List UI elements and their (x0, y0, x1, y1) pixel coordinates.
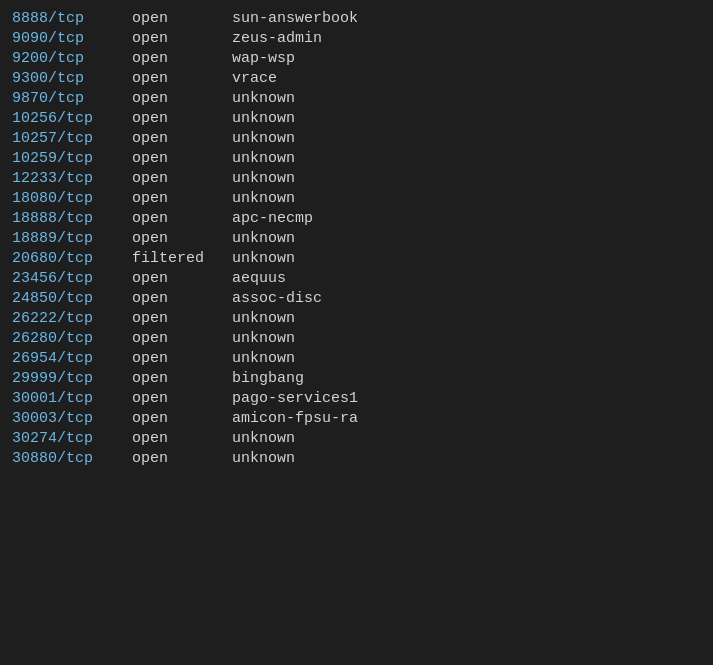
port-scan-table: 8888/tcpopensun-answerbook9090/tcpopenze… (12, 8, 701, 468)
port-value: 30880/tcp (12, 448, 132, 468)
state-value: open (132, 348, 232, 368)
port-value: 30001/tcp (12, 388, 132, 408)
table-row: 12233/tcpopenunknown (12, 168, 701, 188)
service-value: bingbang (232, 368, 701, 388)
port-value: 26280/tcp (12, 328, 132, 348)
table-row: 9200/tcpopenwap-wsp (12, 48, 701, 68)
service-value: wap-wsp (232, 48, 701, 68)
state-value: open (132, 368, 232, 388)
table-row: 18080/tcpopenunknown (12, 188, 701, 208)
table-row: 18888/tcpopenapc-necmp (12, 208, 701, 228)
table-row: 10259/tcpopenunknown (12, 148, 701, 168)
port-value: 29999/tcp (12, 368, 132, 388)
service-value: unknown (232, 228, 701, 248)
service-value: amicon-fpsu-ra (232, 408, 701, 428)
port-value: 9870/tcp (12, 88, 132, 108)
port-value: 10256/tcp (12, 108, 132, 128)
service-value: unknown (232, 328, 701, 348)
service-value: unknown (232, 88, 701, 108)
state-value: open (132, 268, 232, 288)
port-value: 10257/tcp (12, 128, 132, 148)
table-row: 23456/tcpopenaequus (12, 268, 701, 288)
state-value: open (132, 48, 232, 68)
service-value: unknown (232, 128, 701, 148)
service-value: sun-answerbook (232, 8, 701, 28)
table-row: 10256/tcpopenunknown (12, 108, 701, 128)
state-value: open (132, 88, 232, 108)
state-value: open (132, 308, 232, 328)
port-value: 10259/tcp (12, 148, 132, 168)
service-value: zeus-admin (232, 28, 701, 48)
service-value: unknown (232, 168, 701, 188)
table-row: 26280/tcpopenunknown (12, 328, 701, 348)
service-value: apc-necmp (232, 208, 701, 228)
state-value: open (132, 408, 232, 428)
service-value: assoc-disc (232, 288, 701, 308)
state-value: open (132, 328, 232, 348)
state-value: open (132, 228, 232, 248)
state-value: open (132, 68, 232, 88)
port-value: 30274/tcp (12, 428, 132, 448)
port-value: 26954/tcp (12, 348, 132, 368)
table-row: 9870/tcpopenunknown (12, 88, 701, 108)
service-value: unknown (232, 448, 701, 468)
port-value: 24850/tcp (12, 288, 132, 308)
table-row: 30880/tcpopenunknown (12, 448, 701, 468)
service-value: unknown (232, 248, 701, 268)
table-row: 18889/tcpopenunknown (12, 228, 701, 248)
table-row: 30003/tcpopenamicon-fpsu-ra (12, 408, 701, 428)
table-row: 9090/tcpopenzeus-admin (12, 28, 701, 48)
service-value: unknown (232, 148, 701, 168)
state-value: open (132, 148, 232, 168)
table-row: 26954/tcpopenunknown (12, 348, 701, 368)
service-value: unknown (232, 428, 701, 448)
state-value: open (132, 28, 232, 48)
table-row: 8888/tcpopensun-answerbook (12, 8, 701, 28)
port-value: 9200/tcp (12, 48, 132, 68)
service-value: aequus (232, 268, 701, 288)
port-value: 18889/tcp (12, 228, 132, 248)
port-value: 30003/tcp (12, 408, 132, 428)
table-row: 30001/tcpopenpago-services1 (12, 388, 701, 408)
state-value: filtered (132, 248, 232, 268)
port-value: 23456/tcp (12, 268, 132, 288)
service-value: unknown (232, 348, 701, 368)
state-value: open (132, 288, 232, 308)
table-row: 9300/tcpopenvrace (12, 68, 701, 88)
table-row: 26222/tcpopenunknown (12, 308, 701, 328)
state-value: open (132, 448, 232, 468)
table-row: 30274/tcpopenunknown (12, 428, 701, 448)
service-value: vrace (232, 68, 701, 88)
service-value: unknown (232, 308, 701, 328)
table-row: 24850/tcpopenassoc-disc (12, 288, 701, 308)
state-value: open (132, 108, 232, 128)
state-value: open (132, 168, 232, 188)
port-value: 26222/tcp (12, 308, 132, 328)
port-value: 9300/tcp (12, 68, 132, 88)
service-value: unknown (232, 108, 701, 128)
state-value: open (132, 188, 232, 208)
port-value: 20680/tcp (12, 248, 132, 268)
state-value: open (132, 8, 232, 28)
table-row: 20680/tcpfilteredunknown (12, 248, 701, 268)
state-value: open (132, 388, 232, 408)
table-row: 29999/tcpopenbingbang (12, 368, 701, 388)
service-value: unknown (232, 188, 701, 208)
state-value: open (132, 128, 232, 148)
port-value: 9090/tcp (12, 28, 132, 48)
port-value: 18888/tcp (12, 208, 132, 228)
port-value: 18080/tcp (12, 188, 132, 208)
port-value: 8888/tcp (12, 8, 132, 28)
state-value: open (132, 428, 232, 448)
service-value: pago-services1 (232, 388, 701, 408)
port-value: 12233/tcp (12, 168, 132, 188)
table-row: 10257/tcpopenunknown (12, 128, 701, 148)
state-value: open (132, 208, 232, 228)
